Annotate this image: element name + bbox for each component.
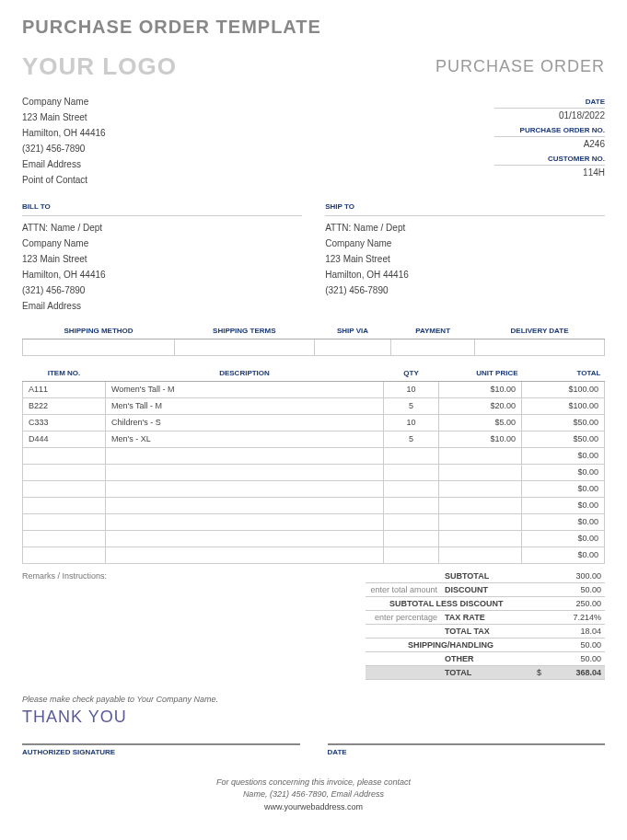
item-no-cell[interactable] [23, 464, 106, 480]
item-qty-cell[interactable]: 10 [384, 414, 439, 431]
item-price-cell[interactable] [439, 447, 522, 464]
signature-row: AUTHORIZED SIGNATURE DATE [22, 743, 605, 756]
item-desc-cell[interactable] [106, 530, 384, 547]
item-no-cell[interactable]: D444 [23, 431, 106, 447]
payable-note: Please make check payable to Your Compan… [22, 695, 605, 704]
discount-label: DISCOUNT [445, 585, 537, 594]
cust-no-value: 114H [494, 166, 605, 179]
total-header: TOTAL [522, 365, 605, 382]
item-desc-cell[interactable] [106, 513, 384, 530]
subtotal-value: 300.00 [537, 571, 601, 581]
shipping-value: 50.00 [537, 640, 601, 650]
ship-via-header: SHIP VIA [314, 323, 391, 339]
item-qty-cell[interactable] [384, 547, 439, 563]
item-total-cell: $0.00 [522, 480, 605, 497]
ship-terms-cell[interactable] [174, 339, 314, 355]
item-no-cell[interactable] [23, 480, 106, 497]
item-qty-cell[interactable] [384, 513, 439, 530]
item-total-cell: $50.00 [522, 414, 605, 431]
shipping-label: SHIPPING/HANDLING [408, 640, 537, 650]
purchase-order-label: PURCHASE ORDER [435, 57, 605, 76]
item-desc-cell[interactable]: Men's - XL [106, 431, 384, 447]
cust-no-label: CUSTOMER NO. [494, 153, 605, 166]
item-qty-cell[interactable]: 10 [384, 381, 439, 397]
item-price-cell[interactable]: $10.00 [439, 381, 522, 397]
delivery-cell[interactable] [475, 339, 605, 355]
item-desc-cell[interactable] [106, 497, 384, 513]
company-block: Company Name 123 Main Street Hamilton, O… [22, 94, 106, 188]
item-total-cell: $0.00 [522, 547, 605, 563]
company-city: Hamilton, OH 44416 [22, 125, 106, 141]
item-qty-cell[interactable] [384, 447, 439, 464]
ship-terms-header: SHIPPING TERMS [174, 323, 314, 339]
bill-to-block: BILL TO ATTN: Name / Dept Company Name 1… [22, 201, 302, 314]
signature-date-label: DATE [328, 743, 606, 756]
footer: For questions concerning this invoice, p… [22, 777, 605, 814]
other-value: 50.00 [537, 654, 601, 663]
item-no-cell[interactable] [23, 530, 106, 547]
ship-via-cell[interactable] [314, 339, 391, 355]
total-value: 368.04 [548, 668, 601, 677]
tax-rate-label: TAX RATE [445, 613, 537, 622]
bill-attn: ATTN: Name / Dept [22, 220, 302, 236]
less-discount-label: SUBTOTAL LESS DISCOUNT [389, 599, 537, 608]
shipping-row [23, 339, 605, 355]
item-total-cell: $100.00 [522, 397, 605, 414]
item-desc-cell[interactable] [106, 547, 384, 563]
item-qty-cell[interactable]: 5 [384, 431, 439, 447]
bill-street: 123 Main Street [22, 251, 302, 267]
item-qty-cell[interactable] [384, 530, 439, 547]
ship-method-cell[interactable] [23, 339, 175, 355]
item-price-cell[interactable] [439, 497, 522, 513]
totals-block: SUBTOTAL300.00 enter total amountDISCOUN… [366, 570, 605, 680]
item-qty-cell[interactable] [384, 480, 439, 497]
item-price-cell[interactable] [439, 547, 522, 563]
delivery-header: DELIVERY DATE [475, 323, 605, 339]
item-row: $0.00 [23, 530, 605, 547]
item-price-cell[interactable] [439, 464, 522, 480]
item-no-cell[interactable] [23, 547, 106, 563]
item-desc-cell[interactable] [106, 480, 384, 497]
item-no-cell[interactable]: B222 [23, 397, 106, 414]
item-row: $0.00 [23, 447, 605, 464]
shipping-table: SHIPPING METHOD SHIPPING TERMS SHIP VIA … [22, 323, 605, 356]
item-no-cell[interactable] [23, 447, 106, 464]
date-block: DATE [328, 743, 606, 756]
item-desc-cell[interactable] [106, 464, 384, 480]
item-total-cell: $0.00 [522, 464, 605, 480]
item-row: $0.00 [23, 513, 605, 530]
item-desc-cell[interactable]: Men's Tall - M [106, 397, 384, 414]
item-row: B222Men's Tall - M5$20.00$100.00 [23, 397, 605, 414]
item-row: D444Men's - XL5$10.00$50.00 [23, 431, 605, 447]
item-total-cell: $0.00 [522, 530, 605, 547]
item-price-cell[interactable] [439, 513, 522, 530]
item-no-cell[interactable] [23, 513, 106, 530]
header-row: YOUR LOGO PURCHASE ORDER [22, 52, 605, 81]
date-label: DATE [494, 96, 605, 109]
item-no-cell[interactable]: C333 [23, 414, 106, 431]
company-contact: Point of Contact [22, 172, 106, 188]
ship-attn: ATTN: Name / Dept [325, 220, 605, 236]
item-qty-cell[interactable] [384, 497, 439, 513]
item-price-cell[interactable] [439, 480, 522, 497]
item-total-cell: $100.00 [522, 381, 605, 397]
item-desc-cell[interactable]: Children's - S [106, 414, 384, 431]
item-price-cell[interactable] [439, 530, 522, 547]
less-discount-value: 250.00 [537, 599, 601, 608]
discount-value: 50.00 [537, 585, 601, 594]
item-price-cell[interactable]: $20.00 [439, 397, 522, 414]
item-qty-cell[interactable]: 5 [384, 397, 439, 414]
totals-row: Remarks / Instructions: SUBTOTAL300.00 e… [22, 570, 605, 680]
item-no-header: ITEM NO. [23, 365, 106, 382]
qty-header: QTY [384, 365, 439, 382]
item-price-cell[interactable]: $10.00 [439, 431, 522, 447]
item-desc-cell[interactable]: Women's Tall - M [106, 381, 384, 397]
ship-street: 123 Main Street [325, 251, 605, 267]
item-price-cell[interactable]: $5.00 [439, 414, 522, 431]
footer-line1: For questions concerning this invoice, p… [22, 777, 605, 789]
item-no-cell[interactable] [23, 497, 106, 513]
item-desc-cell[interactable] [106, 447, 384, 464]
item-no-cell[interactable]: A111 [23, 381, 106, 397]
payment-cell[interactable] [391, 339, 475, 355]
item-qty-cell[interactable] [384, 464, 439, 480]
